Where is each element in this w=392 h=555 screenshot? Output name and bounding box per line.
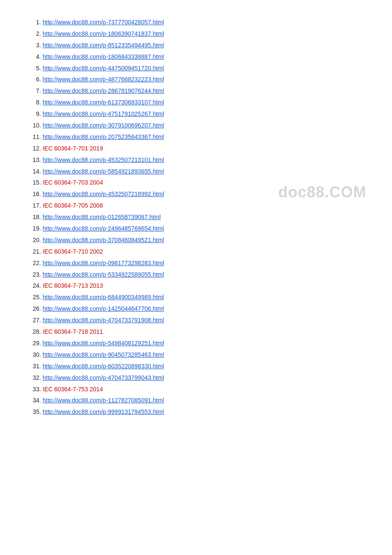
doc-link[interactable]: http://www.doc88.com/p-3079100696207.htm… [43, 122, 164, 129]
doc-link[interactable]: http://www.doc88.com/p-9045073285463.htm… [43, 351, 164, 358]
list-item: http://www.doc88.com/p-012658739087.html [43, 212, 366, 223]
doc-link[interactable]: http://www.doc88.com/p-3708460849521.htm… [43, 237, 164, 243]
doc-link[interactable]: http://www.doc88.com/p-7377700428057.htm… [43, 19, 164, 26]
list-item: http://www.doc88.com/p-9999131794553.htm… [43, 407, 366, 418]
doc-link[interactable]: http://www.doc88.com/p-4877668232223.htm… [43, 76, 164, 83]
list-item: http://www.doc88.com/p-6137306833107.htm… [43, 97, 366, 108]
doc-link[interactable]: http://www.doc88.com/p-2867819076244.htm… [43, 87, 164, 94]
standard-label: IEC 60364-7-718 2011 [43, 328, 103, 335]
list-item: http://www.doc88.com/p-2075235643367.htm… [43, 132, 366, 143]
list-item: IEC 60364-7-753 2014 [43, 384, 366, 395]
list-item: http://www.doc88.com/p-0981773298283.htm… [43, 258, 366, 269]
list-item: http://www.doc88.com/p-5854921893655.htm… [43, 166, 366, 177]
list-item: http://www.doc88.com/p-4704733791908.htm… [43, 315, 366, 326]
doc-link[interactable]: http://www.doc88.com/p-0981773298283.htm… [43, 260, 164, 266]
list-item: http://www.doc88.com/p-4751791025267.htm… [43, 109, 366, 120]
doc-link[interactable]: http://www.doc88.com/p-6844900349989.htm… [43, 294, 164, 301]
list-item: http://www.doc88.com/p-7377700428057.htm… [43, 17, 366, 28]
standard-label: IEC 60364-7-701 2019 [43, 145, 103, 152]
list-item: http://www.doc88.com/p-1806390741837.htm… [43, 29, 366, 40]
list-item: http://www.doc88.com/p-1127827085091.htm… [43, 395, 366, 406]
list-item: http://www.doc88.com/p-8512335494495.htm… [43, 40, 366, 51]
list-item: http://www.doc88.com/p-5334922589055.htm… [43, 269, 366, 280]
standard-label: IEC 60364-7-703 2004 [43, 179, 103, 186]
list-item: IEC 60364-7-703 2004 [43, 177, 366, 188]
doc-link[interactable]: http://www.doc88.com/p-4704733791908.htm… [43, 317, 164, 324]
doc-link[interactable]: http://www.doc88.com/p-9999131794553.htm… [43, 408, 164, 415]
list-item: IEC 60364-7-705 2006 [43, 200, 366, 211]
list-item: IEC 60364-7-718 2011 [43, 327, 366, 338]
doc-link[interactable]: http://www.doc88.com/p-1806390741837.htm… [43, 30, 164, 37]
doc-link[interactable]: http://www.doc88.com/p-6137306833107.htm… [43, 99, 164, 106]
doc-link[interactable]: http://www.doc88.com/p-1425044647706.htm… [43, 305, 164, 312]
list-item: http://www.doc88.com/p-2867819076244.htm… [43, 86, 366, 97]
doc-link[interactable]: http://www.doc88.com/p-6035220898330.htm… [43, 363, 164, 370]
standard-label: IEC 60364-7-710 2002 [43, 248, 103, 255]
list-item: IEC 60364-7-713 2013 [43, 280, 366, 292]
list-item: http://www.doc88.com/p-6035220898330.htm… [43, 361, 366, 372]
doc-link[interactable]: http://www.doc88.com/p-5498408129251.htm… [43, 340, 164, 347]
list-item: http://www.doc88.com/p-4532507213101.htm… [43, 155, 366, 166]
standard-label: IEC 60364-7-753 2014 [43, 386, 103, 393]
list-item: http://www.doc88.com/p-2496485769654.htm… [43, 223, 366, 234]
doc-link[interactable]: http://www.doc88.com/p-5854921893655.htm… [43, 168, 164, 175]
list-item: http://www.doc88.com/p-4704733799043.htm… [43, 373, 366, 384]
doc-link[interactable]: http://www.doc88.com/p-2496485769654.htm… [43, 225, 164, 232]
list-item: http://www.doc88.com/p-1806843338887.htm… [43, 52, 366, 63]
doc-link[interactable]: http://www.doc88.com/p-4475009451720.htm… [43, 65, 164, 72]
list-item: http://www.doc88.com/p-3708460849521.htm… [43, 235, 366, 246]
standard-label: IEC 60364-7-713 2013 [43, 282, 103, 289]
doc-link[interactable]: http://www.doc88.com/p-1127827085091.htm… [43, 397, 164, 404]
list-item: IEC 60364-7-710 2002 [43, 246, 366, 257]
doc-link[interactable]: http://www.doc88.com/p-2075235643367.htm… [43, 133, 164, 140]
doc-link[interactable]: http://www.doc88.com/p-4704733799043.htm… [43, 374, 164, 381]
list-item: http://www.doc88.com/p-9045073285463.htm… [43, 350, 366, 361]
list-item: http://www.doc88.com/p-3079100696207.htm… [43, 120, 366, 131]
list-item: http://www.doc88.com/p-4475009451720.htm… [43, 63, 366, 74]
doc-link[interactable]: http://www.doc88.com/p-4532507218992.htm… [43, 191, 164, 197]
list-item: http://www.doc88.com/p-1425044647706.htm… [43, 304, 366, 315]
doc-link[interactable]: http://www.doc88.com/p-4532507213101.htm… [43, 156, 164, 163]
doc-link[interactable]: http://www.doc88.com/p-8512335494495.htm… [43, 42, 164, 49]
list-item: http://www.doc88.com/p-6844900349989.htm… [43, 292, 366, 303]
list-item: http://www.doc88.com/p-5498408129251.htm… [43, 338, 366, 349]
list-item: IEC 60364-7-701 2019 [43, 143, 366, 154]
standard-label: IEC 60364-7-705 2006 [43, 202, 103, 209]
doc-link[interactable]: http://www.doc88.com/p-4751791025267.htm… [43, 110, 164, 117]
doc-link[interactable]: http://www.doc88.com/p-012658739087.html [43, 214, 161, 220]
doc-link[interactable]: http://www.doc88.com/p-1806843338887.htm… [43, 53, 164, 60]
list-item: http://www.doc88.com/p-4532507218992.htm… [43, 189, 366, 200]
list-item: http://www.doc88.com/p-4877668232223.htm… [43, 74, 366, 85]
doc-link[interactable]: http://www.doc88.com/p-5334922589055.htm… [43, 271, 164, 278]
